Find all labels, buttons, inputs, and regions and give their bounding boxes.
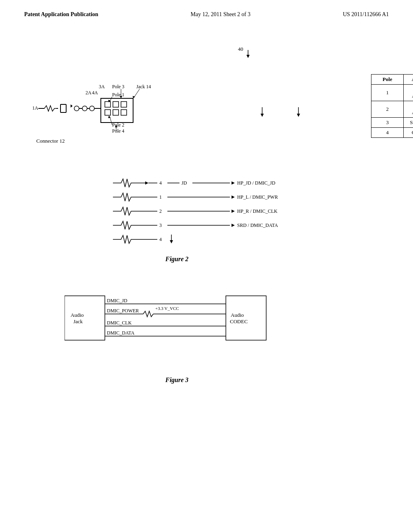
svg-text:4A: 4A: [92, 90, 98, 96]
table-row: 4 Ground Ground: [371, 128, 413, 138]
figure2-area: Connector 12: [24, 46, 387, 280]
table-row: 2 Right Analog DMIC_CLK: [371, 101, 413, 118]
pole-2: 2: [371, 101, 404, 118]
header-patent-number: US 2011/112666 A1: [343, 11, 389, 18]
svg-point-11: [74, 106, 79, 111]
svg-marker-55: [232, 195, 235, 199]
svg-text:4: 4: [159, 237, 162, 242]
pole-4: 4: [371, 128, 404, 138]
pole-3: 3: [371, 118, 404, 128]
svg-text:HP_L / DMIC_PWR: HP_L / DMIC_PWR: [237, 194, 278, 200]
svg-marker-44: [297, 114, 300, 117]
arrow-40: [244, 50, 252, 59]
svg-text:+3.3 V_VCC: +3.3 V_VCC: [155, 306, 179, 311]
svg-text:HP_R / DMIC_CLK: HP_R / DMIC_CLK: [237, 208, 277, 214]
svg-point-10: [90, 106, 94, 111]
svg-text:DMIC_POWER: DMIC_POWER: [107, 308, 139, 314]
svg-marker-42: [261, 114, 264, 117]
svg-rect-4: [121, 102, 127, 107]
svg-rect-2: [105, 102, 111, 107]
svg-text:2: 2: [159, 208, 162, 214]
svg-text:Jack 14: Jack 14: [136, 84, 151, 89]
svg-text:1A: 1A: [32, 105, 38, 111]
svg-text:1: 1: [159, 194, 162, 200]
figure3-caption: Figure 3: [165, 376, 188, 384]
svg-point-9: [82, 106, 87, 111]
svg-marker-40: [246, 55, 250, 58]
svg-marker-19: [71, 104, 73, 108]
svg-marker-59: [232, 210, 235, 213]
svg-marker-51: [232, 181, 235, 185]
svg-text:Connector 12: Connector 12: [36, 138, 65, 144]
table-arrows: [230, 107, 319, 119]
table-row: 3 Surround DMIC_DATA: [371, 118, 413, 128]
page-header: Patent Application Publication May 12, 2…: [0, 0, 413, 18]
svg-text:3: 3: [159, 222, 162, 228]
pole-1: 1: [371, 85, 404, 101]
svg-text:2A: 2A: [86, 90, 92, 96]
svg-marker-45: [145, 181, 148, 185]
svg-text:4: 4: [159, 180, 162, 186]
table-header-analog: Analog: [404, 75, 413, 85]
header-date-sheet: May 12, 2011 Sheet 2 of 3: [191, 11, 250, 18]
figure3-area: Audio Jack Audio CODEC DMIC_JD +3.3 V_VC…: [24, 280, 387, 401]
svg-rect-68: [65, 296, 105, 340]
header-publication: Patent Application Publication: [24, 11, 98, 18]
figure3-svg: Audio Jack Audio CODEC DMIC_JD +3.3 V_VC…: [65, 284, 315, 354]
analog-4: Ground: [404, 128, 413, 138]
main-content: Connector 12: [0, 22, 413, 530]
connector-svg: Connector 12: [24, 46, 186, 171]
svg-text:Pole 2: Pole 2: [112, 122, 124, 128]
svg-text:Audio: Audio: [71, 312, 84, 318]
svg-text:Pole 4: Pole 4: [112, 128, 124, 134]
svg-text:DMIC_CLK: DMIC_CLK: [107, 320, 132, 326]
ref-40-label: 40: [238, 46, 243, 52]
analog-3: Surround: [404, 118, 413, 128]
svg-text:SRD / DMIC_DATA: SRD / DMIC_DATA: [237, 222, 278, 228]
svg-rect-6: [113, 110, 119, 115]
svg-text:Pole 3: Pole 3: [112, 84, 124, 89]
analog-2: Right Analog: [404, 101, 413, 118]
table-row: 1 Left Analog DMIC_POWER: [371, 85, 413, 101]
table-header-pole: Pole: [371, 75, 404, 85]
svg-marker-63: [232, 224, 235, 227]
svg-rect-3: [113, 102, 119, 107]
analog-1: Left Analog: [404, 85, 413, 101]
svg-line-31: [134, 89, 140, 98]
svg-rect-5: [105, 110, 111, 115]
svg-text:Jack: Jack: [73, 318, 83, 324]
svg-text:Pole 1: Pole 1: [112, 92, 124, 98]
pole-signal-table: Pole Analog Digital 1 Left Analog DMIC_P…: [371, 74, 413, 138]
svg-text:DMIC_JD: DMIC_JD: [107, 298, 127, 303]
svg-text:Audio: Audio: [231, 312, 244, 318]
svg-text:HP_JD / DMIC_JD: HP_JD / DMIC_JD: [237, 180, 275, 186]
svg-text:CODEC: CODEC: [230, 318, 248, 324]
svg-text:JD: JD: [181, 180, 187, 186]
svg-text:3A: 3A: [99, 84, 105, 89]
figure2-caption: Figure 2: [165, 256, 188, 263]
circuit-connections-svg: 4 JD HP_JD / DMIC_JD 1 HP_L / DMIC_PWR 2…: [113, 171, 379, 251]
svg-text:DMIC_DATA: DMIC_DATA: [107, 330, 135, 336]
svg-rect-7: [121, 110, 127, 115]
svg-marker-67: [170, 240, 173, 243]
svg-rect-71: [226, 296, 266, 340]
